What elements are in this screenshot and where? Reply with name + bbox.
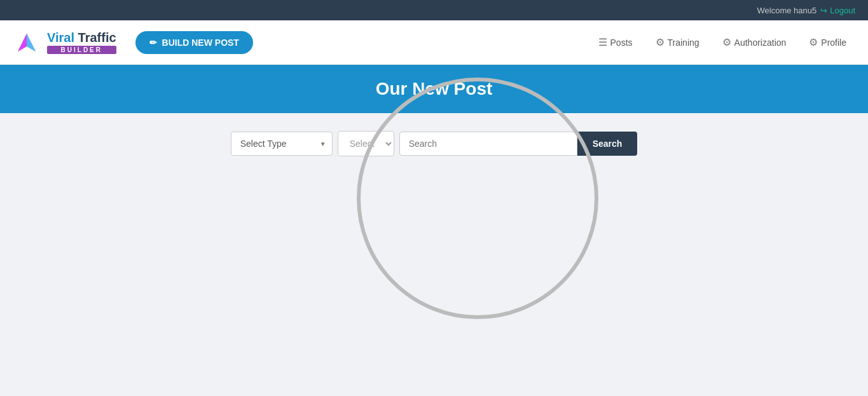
- filter-row: Select Type Select Search: [0, 113, 868, 174]
- header: Viral Traffic BUILDER ✏ BUILD NEW POST ☰…: [0, 20, 868, 65]
- build-new-post-button[interactable]: ✏ BUILD NEW POST: [135, 31, 253, 54]
- search-input[interactable]: [399, 132, 577, 156]
- logout-label: Logout: [830, 6, 855, 15]
- page-title: Our New Post: [376, 79, 493, 99]
- svg-marker-2: [18, 34, 27, 51]
- authorization-icon: ⚙: [722, 36, 731, 48]
- nav-item-authorization[interactable]: ⚙ Authorization: [713, 31, 796, 53]
- training-icon: ⚙: [656, 36, 665, 48]
- build-btn-label: BUILD NEW POST: [162, 38, 239, 48]
- nav-posts-label: Posts: [610, 38, 633, 48]
- logo-main-text: Viral Traffic: [47, 31, 116, 44]
- logo-icon: [13, 29, 41, 57]
- logo-area: Viral Traffic BUILDER: [13, 29, 116, 57]
- page-banner: Our New Post: [0, 65, 868, 113]
- posts-icon: ☰: [598, 36, 607, 48]
- select-type-dropdown[interactable]: Select Type: [231, 132, 333, 156]
- nav-item-profile[interactable]: ⚙ Profile: [800, 31, 855, 53]
- build-btn-icon: ✏: [149, 38, 157, 48]
- logout-icon: ↪: [820, 6, 827, 15]
- logo-sub-text: BUILDER: [47, 46, 116, 54]
- logout-link[interactable]: ↪ Logout: [820, 6, 855, 15]
- select-type-wrapper: Select Type: [231, 132, 333, 156]
- welcome-text: Welcome hanu5: [757, 6, 817, 15]
- nav-item-posts[interactable]: ☰ Posts: [589, 31, 642, 53]
- search-group: Search: [399, 132, 638, 156]
- logo-text-area: Viral Traffic BUILDER: [47, 31, 116, 54]
- nav-right: ☰ Posts ⚙ Training ⚙ Authorization ⚙ Pro…: [589, 31, 855, 53]
- nav-training-label: Training: [668, 38, 699, 48]
- nav-profile-label: Profile: [821, 38, 846, 48]
- svg-marker-1: [27, 34, 36, 51]
- nav-item-training[interactable]: ⚙ Training: [647, 31, 708, 53]
- main-content: [0, 174, 868, 396]
- top-bar: Welcome hanu5 ↪ Logout: [0, 0, 868, 20]
- nav-authorization-label: Authorization: [734, 38, 787, 48]
- search-button[interactable]: Search: [577, 132, 638, 156]
- profile-icon: ⚙: [809, 36, 818, 48]
- select-sub-dropdown[interactable]: Select: [338, 131, 394, 156]
